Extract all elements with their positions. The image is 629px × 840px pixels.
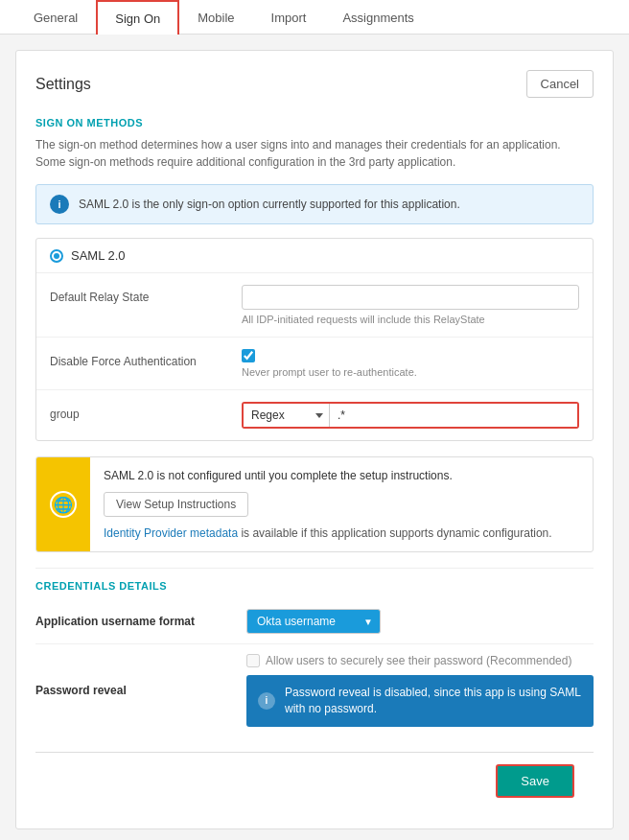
warning-content: SAML 2.0 is not configured until you com… [90,457,593,551]
default-relay-row: Default Relay State All IDP-initiated re… [36,273,593,338]
disable-force-auth-control: Never prompt user to re-authenticate. [242,349,579,378]
settings-title: Settings [35,76,91,93]
tab-bar: General Sign On Mobile Import Assignment… [0,0,629,35]
pw-check-row: Allow users to securely see their passwo… [246,654,594,667]
password-reveal-checkbox[interactable] [246,654,260,667]
sign-on-methods-section: SIGN ON METHODS The sign-on method deter… [35,117,594,552]
settings-header: Settings Cancel [35,70,594,98]
username-format-select[interactable]: Okta username Email Custom [246,609,381,634]
saml-header: SAML 2.0 [36,239,593,273]
sign-on-methods-desc: The sign-on method determines how a user… [35,136,594,171]
username-format-control: Okta username Email Custom ▼ [246,609,594,634]
credentials-heading: CREDENTIALS DETAILS [35,580,594,592]
cancel-button[interactable]: Cancel [526,70,594,98]
pw-info-icon: i [258,692,275,710]
saml-label: SAML 2.0 [71,248,126,263]
pw-info-text: Password reveal is disabled, since this … [285,685,582,717]
group-type-select[interactable]: Regex Equals Starts With Contains [244,404,330,427]
password-reveal-label: Password reveal [35,684,246,697]
group-control: Regex Equals Starts With Contains [242,402,579,429]
radio-dot-inner [54,253,59,259]
tab-import[interactable]: Import [253,0,325,35]
default-relay-input[interactable] [242,285,579,310]
warning-meta: Identity Provider metadata is available … [104,526,579,540]
username-format-label: Application username format [35,615,246,628]
pw-check-label: Allow users to securely see their passwo… [266,654,571,667]
tab-sign-on[interactable]: Sign On [96,0,179,35]
group-text-input[interactable] [330,404,577,427]
footer-bar: Save [35,752,594,809]
username-format-select-wrapper: Okta username Email Custom ▼ [246,609,381,634]
tab-mobile[interactable]: Mobile [179,0,252,35]
tab-general[interactable]: General [15,0,96,35]
default-relay-label: Default Relay State [50,285,242,304]
tab-assignments[interactable]: Assignments [324,0,431,35]
disable-force-auth-row: Disable Force Authentication Never promp… [36,338,593,390]
disable-force-auth-label: Disable Force Authentication [50,349,242,368]
warning-left: 🌐 [36,457,90,551]
saml-info-text: SAML 2.0 is the only sign-on option curr… [79,198,460,211]
settings-card: Settings Cancel SIGN ON METHODS The sign… [15,50,614,829]
meta-suffix: is available if this application support… [238,526,552,540]
default-relay-hint: All IDP-initiated requests will include … [242,314,579,325]
info-icon: i [50,195,69,214]
globe-icon: 🌐 [50,491,77,518]
credentials-section: CREDENTIALS DETAILS Application username… [35,580,594,736]
username-format-row: Application username format Okta usernam… [35,599,594,644]
default-relay-control: All IDP-initiated requests will include … [242,285,579,325]
main-content: Settings Cancel SIGN ON METHODS The sign… [0,35,629,840]
password-reveal-row: Password reveal Allow users to securely … [35,644,594,736]
disable-force-auth-hint: Never prompt user to re-authenticate. [242,366,579,378]
divider [35,568,594,569]
saml-info-banner: i SAML 2.0 is the only sign-on option cu… [35,184,594,224]
warning-text: SAML 2.0 is not configured until you com… [104,469,579,482]
password-reveal-control: Allow users to securely see their passwo… [246,654,594,727]
save-button[interactable]: Save [496,764,574,798]
disable-force-auth-checkbox[interactable] [242,349,255,362]
warning-box: 🌐 SAML 2.0 is not configured until you c… [35,456,594,552]
pw-info-box: i Password reveal is disabled, since thi… [246,675,594,727]
idp-metadata-link[interactable]: Identity Provider metadata [104,526,238,540]
saml-radio[interactable] [50,249,63,263]
group-row: group Regex Equals Starts With Contains [36,390,593,440]
checkbox-row [242,349,579,362]
saml-section: SAML 2.0 Default Relay State All IDP-ini… [35,238,594,441]
view-setup-button[interactable]: View Setup Instructions [104,492,248,517]
sign-on-methods-heading: SIGN ON METHODS [35,117,594,128]
group-label: group [50,402,242,421]
